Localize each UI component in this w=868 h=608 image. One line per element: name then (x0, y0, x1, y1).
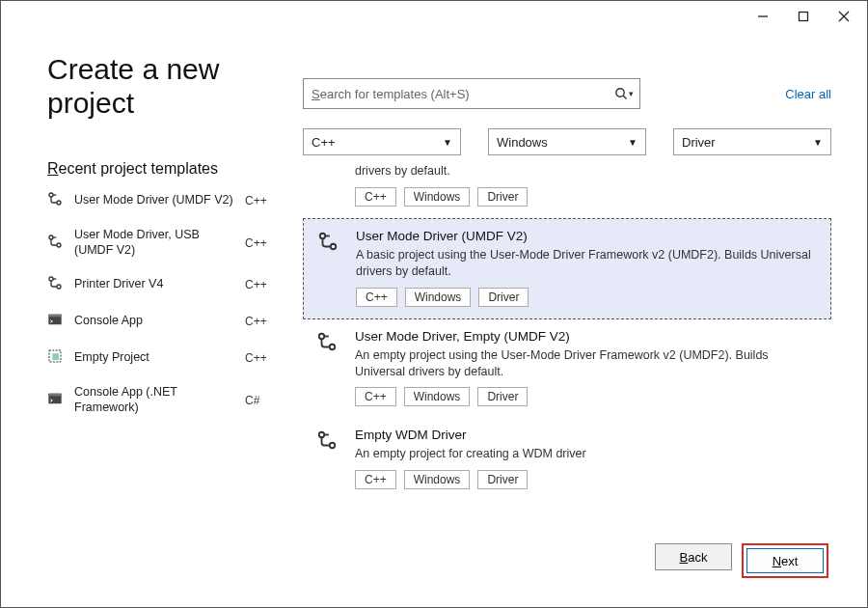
dialog-footer: Back Next (655, 543, 828, 578)
recent-template-item[interactable]: User Mode Driver, USB (UMDF V2)C++ (47, 228, 274, 258)
template-title: User Mode Driver (UMDF V2) (356, 229, 821, 243)
maximize-button[interactable] (794, 8, 813, 25)
recent-template-item[interactable]: Printer Driver V4C++ (47, 275, 274, 294)
language-filter-dropdown[interactable]: C++▼ (303, 128, 461, 155)
template-tag: C++ (356, 288, 397, 307)
template-tag: Windows (405, 288, 472, 307)
template-tag: C++ (355, 187, 396, 207)
template-tags: C++WindowsDriver (355, 387, 822, 406)
recent-template-lang: C++ (245, 278, 274, 291)
console-icon (47, 312, 65, 331)
recent-template-item[interactable]: Console AppC++ (47, 312, 274, 331)
svg-point-11 (57, 285, 61, 289)
svg-line-20 (623, 96, 626, 98)
page-title: Create a new project (47, 53, 274, 120)
filter-row: C++▼ Windows▼ Driver▼ (303, 128, 831, 155)
template-desc: A basic project using the User-Mode Driv… (356, 247, 821, 280)
recent-templates-heading: Recent project templates (47, 160, 274, 178)
recent-template-item[interactable]: Console App (.NET Framework)C# (47, 385, 274, 415)
svg-point-21 (320, 234, 326, 239)
recent-template-name: User Mode Driver (UMDF V2) (74, 193, 235, 208)
left-panel: Create a new project Recent project temp… (47, 40, 274, 607)
back-button[interactable]: Back (655, 543, 732, 570)
template-tag: Windows (404, 470, 471, 489)
search-icon[interactable]: ▾ (614, 87, 634, 100)
recent-template-name: Console App (.NET Framework) (74, 385, 235, 415)
template-tag: Driver (477, 187, 528, 207)
chevron-down-icon: ▼ (628, 137, 637, 148)
svg-point-7 (49, 235, 53, 239)
template-title: Empty WDM Driver (355, 428, 822, 442)
svg-rect-18 (48, 394, 61, 397)
driver-icon (47, 234, 65, 253)
template-tag: Driver (478, 288, 529, 307)
dialog-content: Create a new project Recent project temp… (47, 40, 828, 607)
svg-point-28 (330, 443, 336, 449)
recent-template-item[interactable]: User Mode Driver (UMDF V2)C++ (47, 191, 274, 210)
recent-template-lang: C++ (245, 351, 274, 365)
template-tags: C++WindowsDriver (355, 470, 822, 489)
svg-rect-16 (52, 354, 59, 361)
close-button[interactable] (834, 8, 854, 25)
template-tag: Windows (404, 187, 471, 207)
svg-point-22 (331, 244, 337, 250)
clear-all-link[interactable]: Clear all (785, 87, 831, 101)
recent-template-name: User Mode Driver, USB (UMDF V2) (74, 228, 235, 258)
recent-template-lang: C# (245, 394, 274, 407)
template-results-list[interactable]: drivers by default.C++WindowsDriverUser … (303, 163, 831, 499)
svg-rect-14 (48, 315, 61, 318)
projecttype-filter-dropdown[interactable]: Driver▼ (673, 128, 831, 155)
template-desc: An empty project using the User-Mode Dri… (355, 347, 822, 380)
svg-point-4 (49, 193, 53, 197)
new-project-dialog: Create a new project Recent project temp… (0, 0, 868, 608)
recent-template-name: Empty Project (74, 350, 235, 366)
recent-template-name: Console App (74, 314, 235, 329)
platform-filter-dropdown[interactable]: Windows▼ (488, 128, 646, 155)
template-tag: Driver (477, 470, 528, 489)
template-tag: C++ (355, 470, 396, 489)
chevron-down-icon: ▼ (443, 137, 452, 148)
template-item[interactable]: User Mode Driver (UMDF V2)A basic projec… (303, 218, 831, 319)
next-button-highlight: Next (742, 543, 828, 578)
next-button[interactable]: Next (746, 548, 824, 573)
driver-icon (316, 429, 339, 489)
template-title: User Mode Driver, Empty (UMDF V2) (355, 329, 822, 344)
right-panel: Search for templates (Alt+S) ▾ Clear all… (274, 40, 831, 607)
template-tag: Driver (477, 387, 528, 406)
recent-template-lang: C++ (245, 315, 274, 328)
recent-template-lang: C++ (245, 194, 274, 207)
minimize-button[interactable] (753, 8, 773, 25)
svg-point-24 (319, 333, 325, 339)
svg-point-25 (330, 344, 336, 349)
template-tag: C++ (355, 387, 396, 406)
driver-icon (317, 231, 340, 307)
driver-icon (47, 191, 65, 210)
template-item[interactable]: drivers by default.C++WindowsDriver (303, 163, 831, 218)
recent-template-lang: C++ (245, 236, 274, 250)
svg-rect-1 (800, 13, 808, 21)
search-row: Search for templates (Alt+S) ▾ Clear all (303, 78, 831, 109)
chevron-down-icon: ▼ (813, 137, 823, 148)
template-desc: drivers by default. (355, 163, 822, 180)
recent-template-name: Printer Driver V4 (74, 277, 235, 292)
recent-templates-list: User Mode Driver (UMDF V2)C++User Mode D… (47, 191, 274, 416)
window-titlebar (753, 1, 867, 28)
search-box[interactable]: Search for templates (Alt+S) ▾ (303, 78, 640, 109)
template-desc: An empty project for creating a WDM driv… (355, 446, 822, 462)
driver-icon (47, 275, 65, 294)
empty-icon (47, 348, 65, 368)
template-item[interactable]: Empty WDM DriverAn empty project for cre… (303, 418, 831, 499)
recent-template-item[interactable]: Empty ProjectC++ (47, 348, 274, 368)
svg-point-8 (57, 243, 61, 247)
driver-icon (316, 331, 339, 407)
template-item[interactable]: User Mode Driver, Empty (UMDF V2)An empt… (303, 319, 831, 419)
template-tags: C++WindowsDriver (355, 187, 822, 207)
svg-point-27 (319, 432, 325, 438)
template-tags: C++WindowsDriver (356, 288, 821, 307)
console-icon (47, 391, 65, 410)
svg-point-5 (57, 201, 61, 205)
template-tag: Windows (404, 387, 471, 406)
svg-point-19 (616, 89, 624, 97)
none-icon (316, 165, 339, 207)
svg-point-10 (49, 277, 53, 281)
